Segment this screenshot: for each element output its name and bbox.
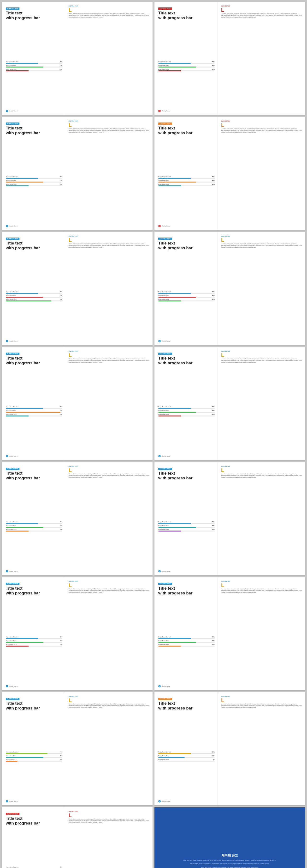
progress-bar-background (158, 185, 215, 186)
subtitle-tag: SUBTITLE TEXT (158, 7, 172, 10)
footer-text: Monthly Planner (9, 801, 18, 802)
progress-bar-fill (6, 527, 43, 528)
progress-section: Project Name New York58%Project Name Par… (6, 137, 62, 225)
progress-bar-fill (6, 415, 29, 416)
progress-label: Project Name New York (6, 176, 19, 178)
subtitle-tag: SUBTITLE TEXT (158, 238, 172, 240)
progress-bar-background (158, 297, 215, 298)
slide-right-panel: SUBTITLE TEXTLUt enim ad minim veniam, c… (218, 577, 305, 690)
progress-bar-background (158, 301, 215, 302)
progress-item: Project Name Paris67% (158, 65, 215, 67)
right-subtitle: SUBTITLE TEXT (221, 695, 302, 697)
progress-label: Project Name New York (158, 176, 171, 178)
subtitle-tag: SUBTITLE TEXT (6, 352, 20, 355)
progress-item: Project Name Paris47% (158, 755, 215, 758)
slide-footer: iMonthly Planner (6, 110, 62, 112)
slide-left-panel: SUBTITLE TEXTTitle text with progress ba… (2, 462, 65, 575)
slide-footer: iMonthly Planner (6, 800, 62, 802)
slide-right-panel: SUBTITLE TEXTLUt enim ad minim veniam, c… (65, 577, 152, 690)
slide-13: SUBTITLE TEXTTitle text with progress ba… (2, 692, 152, 805)
body-text: Ut enim ad minim veniam, consectetur adi… (69, 13, 150, 18)
progress-bar-fill (158, 531, 181, 531)
progress-bar-background (6, 757, 62, 758)
decorative-icon-letter: L (221, 352, 302, 358)
progress-bar-background (158, 531, 215, 531)
right-subtitle: SUBTITLE TEXT (69, 695, 150, 697)
progress-section: Project Name New York66%Project Name Par… (6, 368, 62, 455)
progress-label: Project Name New York (158, 61, 171, 62)
progress-label: Project Name Tokyo (6, 414, 16, 415)
subtitle-tag: SUBTITLE TEXT (6, 7, 20, 10)
progress-bar-fill (158, 753, 191, 754)
progress-item: Project Name New York74% (6, 751, 62, 754)
progress-bar-background (158, 761, 215, 762)
progress-item: Project Name Tokyo41% (6, 414, 62, 416)
slide-left-panel: SUBTITLE TEXTTitle text with progress ba… (2, 577, 65, 690)
slide-footer: iMonthly Planner (6, 225, 62, 227)
progress-item: Project Name New York58% (158, 521, 215, 524)
slide-15: SUBTITLE TEXTTitle text with progress ba… (2, 807, 152, 868)
slide-10: SUBTITLE TEXTTitle text with progress ba… (155, 462, 305, 575)
body-text: Ut enim ad minim veniam, consectetur adi… (221, 243, 302, 248)
decorative-icon-letter: L (69, 123, 150, 128)
progress-percentage: 67% (60, 640, 62, 642)
slide-footer: iMonthly Planner (158, 570, 215, 572)
slide-title: Title text with progress bar (158, 11, 215, 21)
progress-bar-fill (6, 757, 43, 758)
footer-text: Monthly Planner (9, 570, 18, 572)
footer-icon: i (158, 340, 161, 342)
slide-right-panel: SUBTITLE TEXTLUt enim ad minim veniam, c… (65, 232, 152, 345)
progress-percentage: 67% (60, 295, 62, 297)
slide-title: Title text with progress bar (6, 126, 62, 136)
footer-icon: i (158, 455, 161, 457)
slide-footer: iMonthly Planner (6, 340, 62, 342)
progress-bar-background (6, 70, 62, 71)
progress-item: Project Name Paris67% (6, 640, 62, 643)
progress-item: Project Name Paris67% (158, 525, 215, 528)
progress-label: Project Name New York (158, 406, 171, 408)
slide-title: Title text with progress bar (6, 816, 62, 826)
progress-label: Project Name New York (6, 291, 19, 292)
progress-bar-fill (158, 70, 181, 71)
progress-section: Project Name New York58%Project Name Par… (6, 598, 62, 685)
slide-left-panel: SUBTITLE TEXTTitle text with progress ba… (155, 462, 218, 575)
progress-bar-background (6, 408, 62, 409)
right-subtitle: SUBTITLE TEXT (221, 236, 302, 237)
body-text: Ut enim ad minim veniam, consectetur adi… (221, 13, 302, 18)
subtitle-tag: SUBTITLE TEXT (6, 468, 20, 470)
progress-bar-fill (6, 753, 47, 754)
footer-icon: i (6, 455, 8, 457)
progress-percentage: 67% (212, 640, 215, 642)
progress-bar-fill (6, 642, 43, 643)
slide-left-panel: SUBTITLE TEXTTitle text with progress ba… (2, 2, 65, 115)
progress-bar-background (158, 642, 215, 643)
progress-label: Project Name Tokyo (158, 184, 169, 185)
slide-title: Title text with progress bar (6, 11, 62, 21)
progress-bar-fill (158, 408, 191, 409)
progress-section: Project Name New York58%Project Name Par… (158, 368, 215, 455)
decorative-icon-letter: L (69, 813, 150, 818)
slide-title: Title text with progress bar (6, 586, 62, 596)
progress-bar-background (158, 527, 215, 528)
progress-percentage: 58% (60, 866, 62, 868)
progress-bar-fill (6, 761, 18, 762)
body-text: Ut enim ad minim veniam, consectetur adi… (221, 358, 302, 363)
progress-bar-background (158, 646, 215, 647)
progress-section: Project Name New York58%Project Name Par… (158, 23, 215, 110)
progress-label: Project Name Paris (158, 295, 169, 297)
progress-bar-fill (6, 412, 61, 413)
progress-label: Project Name Tokyo (158, 414, 169, 415)
progress-item: Project Name New York58% (6, 521, 62, 524)
slide-title: Title text with progress bar (158, 126, 215, 136)
progress-label: Project Name Paris (158, 525, 169, 526)
progress-bar-background (6, 293, 62, 294)
body-text: Ut enim ad minim veniam, consectetur adi… (69, 243, 150, 248)
progress-percentage: 41% (212, 69, 215, 70)
progress-percentage: 41% (60, 529, 62, 530)
progress-percentage: 74% (60, 751, 62, 753)
subtitle-tag: SUBTITLE TEXT (158, 468, 172, 470)
progress-bar-fill (158, 527, 196, 528)
progress-item: Project Name New York58% (6, 636, 62, 639)
body-text: Ut enim ad minim veniam, consectetur adi… (221, 704, 302, 708)
footer-icon: i (158, 800, 161, 802)
